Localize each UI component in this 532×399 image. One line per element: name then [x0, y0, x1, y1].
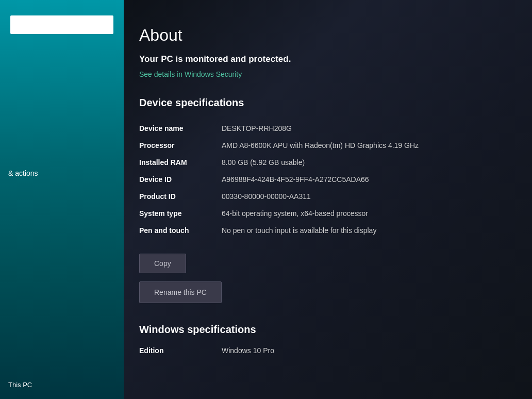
spec-value: 00330-80000-00000-AA311: [222, 188, 506, 205]
spec-label: Device ID: [139, 171, 222, 188]
win-spec-label: Edition: [139, 344, 222, 357]
table-row: Processor AMD A8-6600K APU with Radeon(t…: [139, 137, 506, 154]
table-row: Device name DESKTOP-RRH208G: [139, 120, 506, 137]
spec-label: Installed RAM: [139, 154, 222, 171]
device-specs-title: Device specifications: [139, 97, 506, 109]
sidebar: & actions This PC: [0, 0, 124, 399]
sidebar-actions-label: & actions: [0, 163, 46, 184]
spec-label: Product ID: [139, 188, 222, 205]
spec-label: Device name: [139, 120, 222, 137]
windows-specs-title: Windows specifications: [139, 324, 506, 336]
protection-status: Your PC is monitored and protected.: [139, 54, 506, 64]
table-row: Edition Windows 10 Pro: [139, 344, 506, 357]
spec-value: DESKTOP-RRH208G: [222, 120, 506, 137]
search-box[interactable]: [10, 15, 113, 34]
spec-label: Pen and touch: [139, 222, 222, 239]
sidebar-this-pc: This PC: [8, 381, 32, 389]
spec-label: System type: [139, 205, 222, 222]
rename-pc-button[interactable]: Rename this PC: [139, 281, 222, 303]
device-specs-table: Device name DESKTOP-RRH208G Processor AM…: [139, 120, 506, 239]
spec-value: A96988F4-424B-4F52-9FF4-A272CC5ADA66: [222, 171, 506, 188]
spec-value: 8.00 GB (5.92 GB usable): [222, 154, 506, 171]
win-spec-value: Windows 10 Pro: [222, 344, 506, 357]
table-row: Product ID 00330-80000-00000-AA311: [139, 188, 506, 205]
security-link[interactable]: See details in Windows Security: [139, 70, 242, 78]
table-row: Device ID A96988F4-424B-4F52-9FF4-A272CC…: [139, 171, 506, 188]
spec-label: Processor: [139, 137, 222, 154]
page-title: About: [139, 26, 506, 45]
table-row: Installed RAM 8.00 GB (5.92 GB usable): [139, 154, 506, 171]
table-row: System type 64-bit operating system, x64…: [139, 205, 506, 222]
windows-specs-table: Edition Windows 10 Pro: [139, 344, 506, 357]
copy-button[interactable]: Copy: [139, 254, 186, 273]
table-row: Pen and touch No pen or touch input is a…: [139, 222, 506, 239]
main-content: About Your PC is monitored and protected…: [124, 0, 532, 399]
spec-value: AMD A8-6600K APU with Radeon(tm) HD Grap…: [222, 137, 506, 154]
spec-value: 64-bit operating system, x64-based proce…: [222, 205, 506, 222]
spec-value: No pen or touch input is available for t…: [222, 222, 506, 239]
